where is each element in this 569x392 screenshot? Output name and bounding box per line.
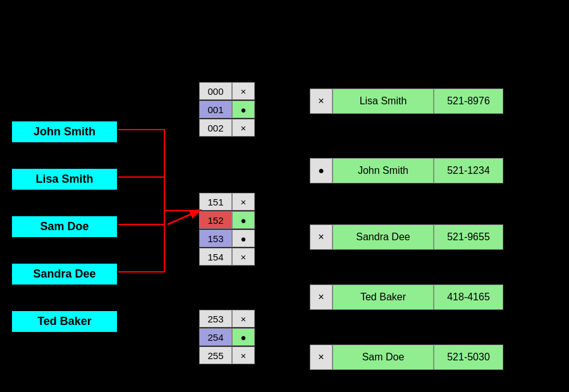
index-row: 253 × (199, 310, 255, 328)
index-num: 151 (199, 193, 232, 211)
result-name: Sandra Dee (333, 224, 434, 250)
index-row: 000 × (199, 82, 255, 100)
index-row: 001 ● (199, 101, 255, 118)
index-row: 002 × (199, 119, 255, 137)
index-group-1: 000 × 001 ● 002 × (199, 82, 255, 137)
index-group-3: 253 × 254 ● 255 × (199, 310, 255, 365)
result-icon: × (310, 345, 333, 370)
index-num: 002 (199, 119, 232, 137)
connection-lines (0, 0, 569, 392)
index-icon: × (232, 346, 255, 364)
index-icon: ● (232, 230, 255, 247)
result-row-sam: × Sam Doe 521-5030 (310, 345, 503, 370)
index-icon: × (232, 193, 255, 211)
index-icon: × (232, 82, 255, 100)
index-row: 152 ● (199, 211, 255, 229)
index-icon: ● (232, 328, 255, 346)
index-icon: ● (232, 211, 255, 229)
name-box-sandra: Sandra Dee (11, 262, 118, 286)
index-num: 253 (199, 310, 232, 328)
index-num: 001 (199, 101, 232, 118)
index-num: 255 (199, 346, 232, 364)
result-name: John Smith (333, 158, 434, 183)
result-icon: ● (310, 158, 333, 183)
result-name: Lisa Smith (333, 89, 434, 114)
index-row: 154 × (199, 248, 255, 266)
name-box-sam: Sam Doe (11, 215, 118, 238)
result-icon: × (310, 224, 333, 250)
result-name: Sam Doe (333, 345, 434, 370)
result-name: Ted Baker (333, 285, 434, 310)
index-num: 153 (199, 230, 232, 247)
index-icon: × (232, 248, 255, 266)
index-row: 255 × (199, 346, 255, 364)
index-num: 154 (199, 248, 232, 266)
index-icon: × (232, 310, 255, 328)
index-group-2: 151 × 152 ● 153 ● 154 × (199, 193, 255, 266)
result-phone: 521-1234 (434, 158, 503, 183)
index-icon: ● (232, 101, 255, 118)
name-box-ted: Ted Baker (11, 310, 118, 333)
result-row-john: ● John Smith 521-1234 (310, 158, 503, 183)
index-icon: × (232, 119, 255, 137)
result-phone: 521-9655 (434, 224, 503, 250)
name-box-john: John Smith (11, 120, 118, 144)
index-num: 000 (199, 82, 232, 100)
index-num: 152 (199, 211, 232, 229)
result-icon: × (310, 89, 333, 114)
result-row-lisa: × Lisa Smith 521-8976 (310, 89, 503, 114)
result-phone: 521-8976 (434, 89, 503, 114)
result-phone: 521-5030 (434, 345, 503, 370)
index-row: 153 ● (199, 230, 255, 247)
result-row-ted: × Ted Baker 418-4165 (310, 285, 503, 310)
result-row-sandra: × Sandra Dee 521-9655 (310, 224, 503, 250)
index-num: 254 (199, 328, 232, 346)
result-phone: 418-4165 (434, 285, 503, 310)
name-box-lisa: Lisa Smith (11, 168, 118, 191)
result-icon: × (310, 285, 333, 310)
index-row: 151 × (199, 193, 255, 211)
svg-line-12 (168, 211, 199, 224)
index-row: 254 ● (199, 328, 255, 346)
